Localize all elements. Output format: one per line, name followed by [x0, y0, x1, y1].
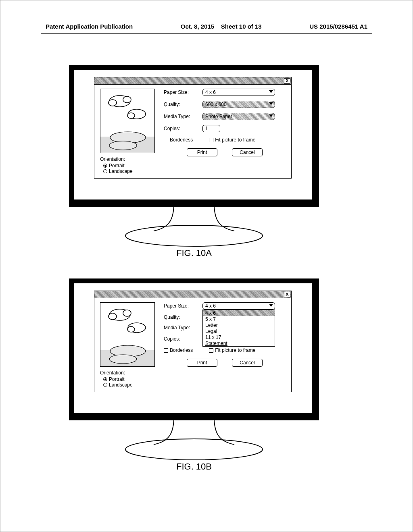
orientation-label: Orientation: — [100, 370, 156, 376]
paper-size-options[interactable]: 4 x 6 5 x 7 Letter Legal 11 x 17 Stateme… — [202, 310, 275, 347]
header-rule — [41, 33, 372, 34]
option-legal[interactable]: Legal — [203, 328, 275, 334]
media-type-label: Media Type: — [164, 114, 199, 119]
paper-size-label: Paper Size: — [164, 303, 199, 309]
radio-portrait[interactable]: Portrait — [103, 163, 156, 168]
svg-point-13 — [127, 326, 135, 332]
paper-size-dropdown[interactable]: 4 x 6 — [202, 89, 275, 96]
figure-10a: X — [69, 65, 319, 258]
close-button[interactable]: X — [284, 78, 290, 84]
copies-label: Copies: — [164, 336, 199, 342]
svg-point-4 — [127, 113, 135, 118]
svg-point-10 — [108, 313, 117, 320]
svg-point-16 — [109, 355, 137, 364]
figure-label-b: FIG. 10B — [69, 461, 319, 472]
cancel-button[interactable]: Cancel — [232, 148, 263, 156]
borderless-checkbox[interactable]: Borderless — [164, 347, 193, 353]
chevron-down-icon — [269, 114, 273, 117]
radio-landscape[interactable]: Landscape — [103, 168, 156, 174]
paper-size-label: Paper Size: — [164, 89, 199, 95]
close-button[interactable]: X — [284, 292, 290, 297]
figure-10b: X — [69, 278, 319, 472]
orientation-label: Orientation: — [100, 156, 156, 162]
option-11x17[interactable]: 11 x 17 — [203, 334, 275, 340]
media-type-label: Media Type: — [164, 325, 199, 330]
print-dialog: X — [94, 291, 292, 392]
copies-input[interactable]: 1 — [202, 125, 220, 132]
quality-label: Quality: — [164, 314, 199, 320]
figure-label-a: FIG. 10A — [69, 248, 319, 258]
titlebar: X — [94, 77, 291, 85]
chevron-down-icon — [269, 102, 273, 105]
borderless-checkbox[interactable]: Borderless — [164, 137, 193, 143]
preview-image — [100, 303, 155, 367]
svg-point-11 — [123, 310, 131, 316]
orientation-group: Orientation: Portrait Landscape — [100, 370, 156, 388]
print-button[interactable]: Print — [187, 359, 217, 367]
quality-label: Quality: — [164, 102, 199, 107]
option-5x7[interactable]: 5 x 7 — [203, 316, 275, 322]
svg-point-17 — [125, 439, 263, 460]
paper-size-dropdown[interactable]: 4 x 6 — [202, 302, 275, 310]
svg-point-2 — [123, 96, 131, 103]
print-preview — [100, 302, 155, 367]
preview-image — [100, 89, 155, 153]
monitor-stand — [81, 207, 307, 247]
pub-right: US 2015/0286451 A1 — [309, 23, 367, 30]
media-type-dropdown[interactable]: Photo Paper — [202, 113, 275, 120]
monitor-frame: X — [69, 65, 319, 247]
quality-dropdown[interactable]: 600 x 600 — [202, 101, 275, 108]
cancel-button[interactable]: Cancel — [232, 359, 263, 367]
fit-to-frame-checkbox[interactable]: Fit picture to frame — [209, 137, 255, 143]
print-preview — [100, 89, 155, 153]
monitor-stand — [81, 420, 307, 461]
svg-point-7 — [109, 141, 137, 150]
svg-point-1 — [108, 100, 117, 106]
pub-center: Oct. 8, 2015 Sheet 10 of 13 — [181, 23, 262, 30]
monitor-frame: X — [69, 278, 319, 461]
titlebar: X — [94, 291, 291, 298]
chevron-down-icon — [269, 90, 273, 93]
option-4x6[interactable]: 4 x 6 — [203, 310, 275, 316]
chevron-down-icon — [269, 304, 273, 307]
copies-label: Copies: — [164, 126, 199, 131]
orientation-group: Orientation: Portrait Landscape — [100, 156, 156, 174]
radio-portrait[interactable]: Portrait — [103, 376, 156, 382]
pub-left: Patent Application Publication — [46, 23, 133, 30]
print-button[interactable]: Print — [187, 148, 217, 156]
print-dialog: X — [94, 77, 292, 179]
publication-header: Patent Application Publication Oct. 8, 2… — [46, 23, 367, 30]
option-statement[interactable]: Statement — [203, 340, 275, 346]
option-letter[interactable]: Letter — [203, 322, 275, 328]
fit-to-frame-checkbox[interactable]: Fit picture to frame — [209, 347, 255, 353]
svg-point-8 — [125, 225, 263, 246]
radio-landscape[interactable]: Landscape — [103, 382, 156, 388]
